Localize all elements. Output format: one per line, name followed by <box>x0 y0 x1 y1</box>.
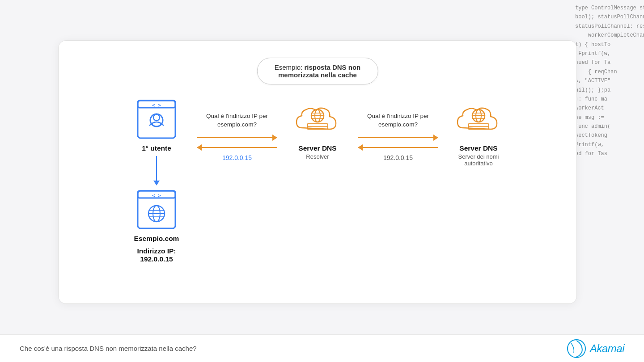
website-icon: < > <box>136 189 177 230</box>
dns-resolver-column: Server DNS Resolver <box>286 99 349 160</box>
title-pill: Esempio: risposta DNS nonmemorizzata nel… <box>257 58 378 84</box>
code-background: type ControlMessage struct { Target stri… <box>572 0 644 223</box>
akamai-text: Akamai <box>590 342 624 355</box>
conn1-ip: 192.0.0.15 <box>222 154 252 161</box>
website-label: Esempio.com <box>134 235 179 243</box>
bottom-question: Che cos'è una risposta DNS non memorizza… <box>20 345 197 352</box>
user-browser-icon: < > <box>136 99 177 140</box>
connector-1: Qual è l'indirizzo IP per esempio.com? 1… <box>188 99 286 161</box>
user-label: 1° utente <box>142 144 171 152</box>
dns-authoritative-label: Server DNS <box>459 144 497 152</box>
title-prefix: Esempio: <box>275 63 305 71</box>
user-column: < > 1° utente < > <box>125 99 188 263</box>
website-sublabel: Indirizzo IP: 192.0.0.15 <box>125 247 188 263</box>
diagram-area: < > 1° utente < > <box>85 99 550 286</box>
dns-resolver-icon <box>293 99 342 140</box>
conn1-arrows <box>197 135 277 151</box>
akamai-circle-icon <box>567 339 586 358</box>
svg-text:< >: < > <box>152 102 161 108</box>
dns-authoritative-sublabel: Server dei nomi autoritativo <box>447 153 510 167</box>
akamai-logo: Akamai <box>567 339 624 358</box>
dns-authoritative-column: Server DNS Server dei nomi autoritativo <box>447 99 510 167</box>
svg-text:< >: < > <box>152 193 161 198</box>
dns-resolver-sublabel: Resolver <box>306 153 329 160</box>
dns-resolver-label: Server DNS <box>298 144 336 152</box>
conn1-question: Qual è l'indirizzo IP per esempio.com? <box>188 112 286 129</box>
conn2-question: Qual è l'indirizzo IP per esempio.com? <box>349 112 447 129</box>
diagram-card: Esempio: risposta DNS nonmemorizzata nel… <box>58 40 577 304</box>
bottom-bar: Che cos'è una risposta DNS non memorizza… <box>0 334 644 362</box>
down-arrow <box>153 156 160 185</box>
conn2-ip: 192.0.0.15 <box>383 154 413 161</box>
svg-point-27 <box>568 340 585 358</box>
dns-authoritative-icon <box>454 99 503 140</box>
connector-2: Qual è l'indirizzo IP per esempio.com? 1… <box>349 99 447 161</box>
conn2-arrows <box>358 135 438 151</box>
